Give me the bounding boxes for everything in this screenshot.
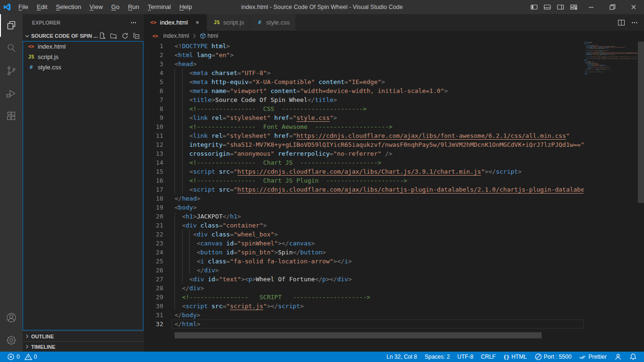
minimap[interactable]: <!DOCTYPE html><html lang="en"><head><me… <box>584 42 638 344</box>
circle-slash-icon <box>535 353 542 361</box>
code-line-28[interactable]: 28</div> <box>144 284 644 293</box>
refresh-icon[interactable] <box>121 32 129 40</box>
close-button[interactable] <box>623 0 644 14</box>
menu-go[interactable]: Go <box>107 2 124 12</box>
menu-selection[interactable]: Selection <box>51 2 85 12</box>
status-right-utf-8[interactable]: UTF-8 <box>455 352 476 362</box>
code-line-5[interactable]: 5<meta http-equiv="X-UA-Compatible" cont… <box>144 77 644 86</box>
activitybar-search-icon[interactable] <box>0 37 23 59</box>
code-editor[interactable]: 1<!DOCTYPE html>2<html lang="en">3<head>… <box>144 42 644 345</box>
status-left-0[interactable]: 0 <box>22 352 40 362</box>
status-right-bell[interactable] <box>627 352 639 362</box>
tab-script.js[interactable]: JSscript.js <box>207 14 250 31</box>
breadcrumb: <>index.htmlhtml <box>144 31 644 41</box>
menu-terminal[interactable]: Terminal <box>143 2 175 12</box>
menu-help[interactable]: Help <box>175 2 196 12</box>
code-line-9[interactable]: 9<link rel="stylesheet" href="style.css"… <box>144 113 644 122</box>
menu-file[interactable]: File <box>14 2 33 12</box>
outline-section[interactable]: OUTLINE <box>23 331 144 341</box>
minimize-button[interactable] <box>580 0 602 14</box>
code-line-10[interactable]: 10<!---------------- Font Aewsome ------… <box>144 122 644 131</box>
timeline-section[interactable]: TIMELINE <box>23 341 144 352</box>
status-left-0[interactable]: 0 <box>5 352 22 362</box>
vertical-scrollbar[interactable] <box>638 42 644 203</box>
code-line-12[interactable]: 12integrity="sha512-MV7K8+y+gLIBoVD59lQI… <box>144 140 644 149</box>
close-tab-icon[interactable]: × <box>193 19 201 26</box>
code-line-19[interactable]: 19<body> <box>144 203 644 212</box>
toggle-sidebar-icon[interactable] <box>527 0 541 14</box>
tab-style.css[interactable]: #style.css <box>250 14 296 31</box>
line-number: 26 <box>144 266 163 275</box>
file-script.js[interactable]: JSscript.js <box>23 51 144 62</box>
code-line-7[interactable]: 7<title>Source Code Of Spin Wheel</title… <box>144 95 644 104</box>
status-right-spaces-2[interactable]: Spaces: 2 <box>422 352 452 362</box>
status-right-port-5500[interactable]: Port : 5500 <box>532 352 574 362</box>
code-line-18[interactable]: 18</head> <box>144 194 644 203</box>
code-line-16[interactable]: 16<!---------------- Chart JS Plugin ---… <box>144 176 644 185</box>
sidebar-header: EXPLORER <box>23 14 144 31</box>
code-line-26[interactable]: 26</div> <box>144 266 644 275</box>
status-right-prettier[interactable]: Prettier <box>577 352 609 362</box>
toggle-panel-icon[interactable] <box>541 0 554 14</box>
toggle-secondary-sidebar-icon[interactable] <box>554 0 567 14</box>
collapse-all-icon[interactable] <box>133 32 140 40</box>
breadcrumb-item[interactable]: index.html <box>163 33 189 39</box>
explorer-more-actions-icon[interactable] <box>130 19 137 26</box>
code-line-15[interactable]: 15<script src="https://cdnjs.cloudflare.… <box>144 167 644 176</box>
editor-group: <>index.html×JSscript.js#style.css <>ind… <box>144 14 644 352</box>
code-line-31[interactable]: 31</body> <box>144 311 644 320</box>
new-folder-icon[interactable] <box>110 32 117 40</box>
code-line-22[interactable]: 22<div class="wheel_box"> <box>144 230 644 239</box>
code-line-25[interactable]: 25<i class="fa-solid fa-location-arrow">… <box>144 257 644 266</box>
status-right-crlf[interactable]: CRLF <box>478 352 498 362</box>
bell-icon <box>629 353 637 361</box>
code-line-17[interactable]: 17<script src="https://cdnjs.cloudflare.… <box>144 185 644 194</box>
code-line-14[interactable]: 14<!---------------- Chart JS ----------… <box>144 158 644 167</box>
menu-edit[interactable]: Edit <box>33 2 51 12</box>
folder-section-header[interactable]: SOURCE CODE OF SPIN ... <box>23 31 144 41</box>
more-actions-icon[interactable] <box>631 19 638 26</box>
activitybar-settings-icon[interactable] <box>0 329 23 352</box>
code-line-1[interactable]: 1<!DOCTYPE html> <box>144 42 644 51</box>
split-editor-icon[interactable] <box>618 19 625 26</box>
breadcrumb-item[interactable]: html <box>208 33 218 39</box>
maximize-button[interactable] <box>602 0 623 14</box>
code-line-24[interactable]: 24<button id="spin_btn">Spin</button> <box>144 248 644 257</box>
menu-view[interactable]: View <box>85 2 107 12</box>
file-index.html[interactable]: <>index.html <box>23 41 144 51</box>
status-right-feedback[interactable] <box>612 352 624 362</box>
code-line-30[interactable]: 30<script src="script.js"></script> <box>144 302 644 311</box>
code-line-4[interactable]: 4<meta charset="UTF-8"> <box>144 68 644 77</box>
code-line-13[interactable]: 13crossorigin="anonymous" referrerpolicy… <box>144 149 644 158</box>
horizontal-scrollbar[interactable] <box>175 332 542 338</box>
activitybar-run-debug-icon[interactable] <box>0 82 23 105</box>
activitybar-accounts-icon[interactable] <box>0 306 23 329</box>
tab-index.html[interactable]: <>index.html× <box>144 14 207 31</box>
code-line-6[interactable]: 6<meta name="viewport" content="width=de… <box>144 86 644 95</box>
explorer-actions <box>99 32 140 40</box>
status-right-ln-32-col-8[interactable]: Ln 32, Col 8 <box>384 352 419 362</box>
line-number: 13 <box>144 149 163 158</box>
code-line-3[interactable]: 3<head> <box>144 59 644 68</box>
status-right-html[interactable]: {}HTML <box>501 352 529 362</box>
code-line-23[interactable]: 23<canvas id="spinWheel"></canvas> <box>144 239 644 248</box>
line-number: 7 <box>144 95 163 104</box>
vscode-logo-icon <box>0 3 14 11</box>
customize-layout-icon[interactable] <box>567 0 580 14</box>
code-line-21[interactable]: 21<div class="container"> <box>144 221 644 230</box>
code-line-8[interactable]: 8<!---------------- CSS ----------------… <box>144 104 644 113</box>
new-file-icon[interactable] <box>99 32 106 40</box>
code-line-2[interactable]: 2<html lang="en"> <box>144 51 644 59</box>
activitybar-extensions-icon[interactable] <box>0 105 23 127</box>
activitybar-source-control-icon[interactable] <box>0 59 23 82</box>
titlebar-controls <box>527 0 644 14</box>
menu-run[interactable]: Run <box>124 2 143 12</box>
code-line-27[interactable]: 27<div id="text"><p>Wheel Of Fortune</p>… <box>144 275 644 284</box>
activitybar-explorer-icon[interactable] <box>0 14 23 37</box>
code-line-20[interactable]: 20<h1>JACKPOT</h1> <box>144 212 644 221</box>
line-number: 6 <box>144 86 163 95</box>
code-line-32[interactable]: 32</html> <box>144 320 644 328</box>
file-style.css[interactable]: #style.css <box>23 62 144 72</box>
code-line-11[interactable]: 11<link rel="stylesheet" href="https://c… <box>144 131 644 140</box>
code-line-29[interactable]: 29<!---------------- SCRIPT ------------… <box>144 293 644 302</box>
